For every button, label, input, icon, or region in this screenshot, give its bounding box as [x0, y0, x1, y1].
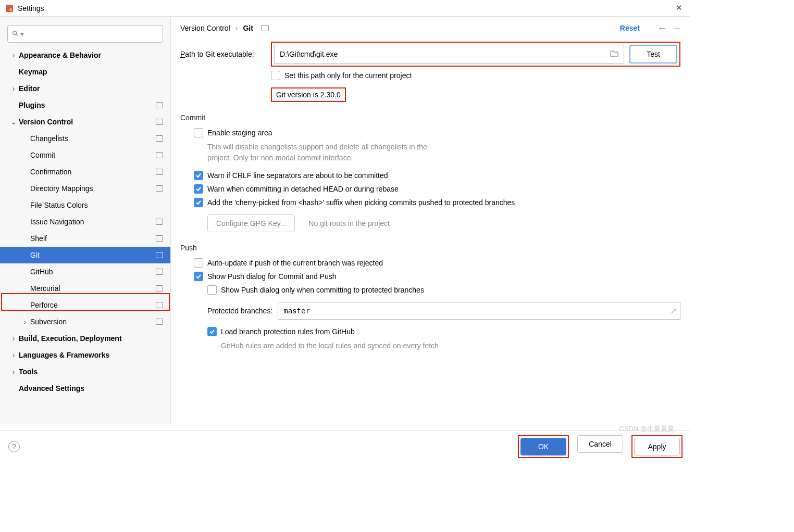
svg-rect-2 — [9, 8, 12, 11]
sidebar-item-label: Mercurial — [30, 284, 153, 293]
sidebar-item-label: Keymap — [19, 68, 163, 76]
sidebar-item-subversion[interactable]: ›Subversion — [0, 313, 170, 330]
enable-staging-checkbox[interactable] — [194, 128, 203, 137]
sidebar-item-mercurial[interactable]: Mercurial — [0, 280, 170, 297]
sidebar-item-build-execution-deployment[interactable]: ›Build, Execution, Deployment — [0, 330, 170, 347]
chevron-right-icon: › — [22, 318, 28, 326]
sidebar-item-keymap[interactable]: Keymap — [0, 64, 170, 80]
apply-button[interactable]: Apply — [634, 438, 680, 455]
forward-icon[interactable]: → — [672, 23, 681, 34]
sidebar-item-appearance-behavior[interactable]: ›Appearance & Behavior — [0, 47, 170, 64]
highlight-version: Git version is 2.30.0 — [271, 87, 346, 102]
sidebar-item-label: Directory Mappings — [30, 184, 153, 193]
show-push-label: Show Push dialog for Commit and Push — [207, 272, 336, 281]
sidebar-item-label: Tools — [19, 368, 163, 376]
sidebar-item-shelf[interactable]: Shelf — [0, 230, 170, 247]
warn-detached-label: Warn when committing in detached HEAD or… — [207, 185, 399, 193]
protected-branches-input[interactable]: master ⤢ — [278, 302, 680, 320]
sidebar-item-label: Appearance & Behavior — [19, 51, 163, 59]
sidebar-item-directory-mappings[interactable]: Directory Mappings — [0, 180, 170, 197]
highlight-apply: Apply — [631, 435, 683, 458]
titlebar: Settings ✕ — [0, 0, 690, 17]
chevron-right-icon: › — [235, 24, 238, 32]
sidebar-item-changelists[interactable]: Changelists — [0, 130, 170, 147]
sidebar-item-tools[interactable]: ›Tools — [0, 363, 170, 380]
test-button[interactable]: Test — [629, 45, 677, 64]
sidebar-item-label: Issue Navigation — [30, 218, 153, 226]
sidebar-item-perforce[interactable]: Perforce — [0, 297, 170, 313]
warn-detached-checkbox[interactable] — [194, 184, 203, 194]
no-git-roots-text: No git roots in the project — [308, 219, 390, 227]
project-badge-icon — [156, 252, 163, 258]
sidebar-item-git[interactable]: Git — [0, 247, 170, 263]
sidebar-item-label: Subversion — [30, 318, 153, 326]
help-icon[interactable]: ? — [8, 441, 20, 452]
project-badge-icon — [156, 152, 163, 158]
sidebar-item-label: Version Control — [19, 118, 153, 126]
commit-section-header: Commit — [180, 113, 680, 122]
sidebar-item-label: Advanced Settings — [19, 384, 163, 392]
sidebar-item-confirmation[interactable]: Confirmation — [0, 163, 170, 180]
sidebar-item-label: GitHub — [30, 268, 153, 276]
sidebar-item-file-status-colors[interactable]: File Status Colors — [0, 197, 170, 213]
highlight-ok: OK — [518, 435, 569, 458]
sidebar-item-github[interactable]: GitHub — [0, 263, 170, 280]
show-push-checkbox[interactable] — [194, 272, 203, 281]
breadcrumb: Version Control › Git — [180, 24, 680, 32]
chevron-right-icon: › — [10, 368, 17, 376]
project-badge-icon — [156, 185, 163, 192]
warn-crlf-checkbox[interactable] — [194, 171, 203, 180]
chevron-down-icon: ▾ — [20, 30, 24, 38]
project-badge-icon — [156, 135, 163, 142]
project-badge-icon — [156, 319, 163, 325]
cancel-button[interactable]: Cancel — [577, 435, 623, 453]
sidebar-item-languages-frameworks[interactable]: ›Languages & Frameworks — [0, 347, 170, 363]
sidebar-item-editor[interactable]: ›Editor — [0, 80, 170, 97]
cherry-pick-checkbox[interactable] — [194, 198, 203, 207]
reset-link[interactable]: Reset — [620, 24, 640, 32]
warn-crlf-label: Warn if CRLF line separators are about t… — [207, 171, 388, 180]
path-label: Path to Git executable: — [180, 50, 266, 58]
protected-branches-label: Protected branches: — [207, 307, 272, 315]
sidebar-item-label: File Status Colors — [30, 201, 163, 209]
project-badge-icon — [156, 285, 163, 292]
sidebar-item-label: Commit — [30, 151, 153, 159]
sidebar-item-label: Languages & Frameworks — [19, 351, 163, 359]
sidebar-item-label: Confirmation — [30, 168, 153, 176]
back-icon[interactable]: ← — [657, 23, 667, 34]
svg-rect-1 — [7, 6, 9, 8]
set-path-project-checkbox[interactable] — [271, 71, 280, 80]
sidebar-item-label: Git — [30, 251, 153, 259]
auto-update-checkbox[interactable] — [194, 258, 203, 268]
sidebar-item-version-control[interactable]: ⌄Version Control — [0, 113, 170, 130]
show-push-protected-checkbox[interactable] — [207, 285, 217, 295]
chevron-right-icon: › — [10, 84, 17, 93]
app-logo-icon — [5, 4, 14, 12]
browse-folder-icon[interactable] — [610, 50, 618, 59]
push-section-header: Push — [180, 244, 680, 252]
enable-staging-hint: This will disable changelists support an… — [207, 142, 452, 163]
sidebar-item-plugins[interactable]: Plugins — [0, 97, 170, 113]
expand-icon[interactable]: ⤢ — [671, 307, 677, 315]
close-icon[interactable]: ✕ — [676, 3, 683, 12]
breadcrumb-root[interactable]: Version Control — [180, 24, 230, 32]
sidebar-item-commit[interactable]: Commit — [0, 147, 170, 163]
set-path-project-label: Set this path only for the current proje… — [284, 71, 412, 80]
enable-staging-label: Enable staging area — [207, 129, 272, 137]
load-rules-checkbox[interactable] — [207, 327, 217, 336]
sidebar-item-issue-navigation[interactable]: Issue Navigation — [0, 213, 170, 230]
sidebar-item-label: Changelists — [30, 134, 153, 143]
sidebar-item-label: Perforce — [30, 301, 153, 309]
git-path-input[interactable] — [280, 50, 610, 58]
sidebar-item-advanced-settings[interactable]: Advanced Settings — [0, 380, 170, 397]
auto-update-label: Auto-update if push of the current branc… — [207, 259, 383, 267]
sidebar-item-label: Build, Execution, Deployment — [19, 334, 163, 343]
ok-button[interactable]: OK — [520, 438, 566, 455]
highlight-path: Test — [271, 42, 680, 67]
sidebar-item-label: Plugins — [19, 101, 153, 109]
sidebar-item-label: Editor — [19, 84, 163, 93]
cherry-pick-label: Add the 'cherry-picked from <hash>' suff… — [207, 198, 515, 207]
configure-gpg-button[interactable]: Configure GPG Key... — [207, 214, 295, 232]
search-input[interactable]: ▾ — [7, 25, 163, 43]
chevron-right-icon: › — [10, 334, 17, 343]
